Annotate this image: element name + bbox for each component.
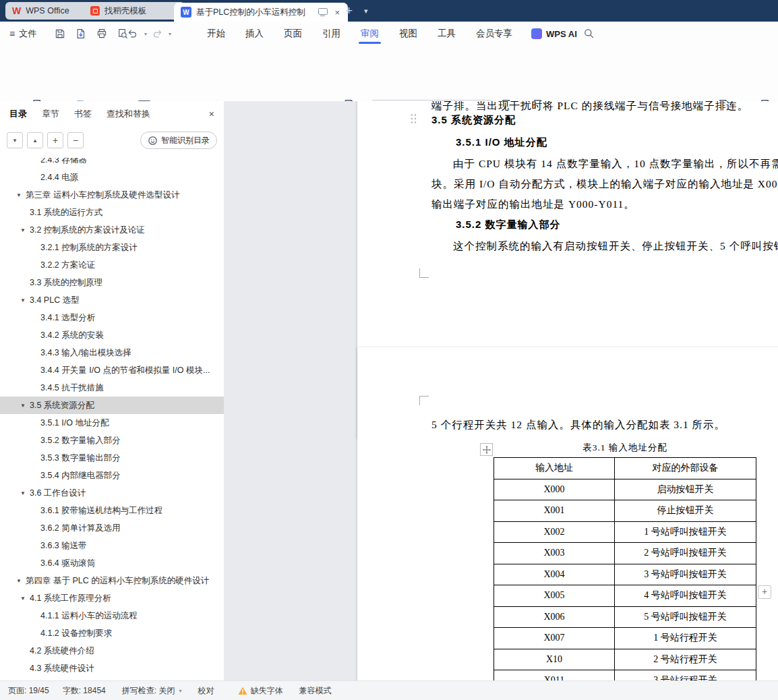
paragraph-line[interactable]: 由于 CPU 模块有 14 点数字量输入，10 点数字量输出，所以不再需要 (453, 156, 778, 171)
missing-font-warning[interactable]: 缺失字体 (238, 685, 282, 697)
subsection-heading-3-5-2[interactable]: 3.5.2 数字量输入部分 (456, 217, 561, 232)
toc-item[interactable]: ▼3.2 控制系统的方案设计及论证 (0, 221, 224, 239)
redo-caret-icon[interactable]: ▾ (169, 31, 171, 37)
table-move-handle[interactable] (480, 443, 493, 456)
input-address-table[interactable]: 输入地址对应的外部设备X000启动按钮开关X001停止按钮开关X0021 号站呼… (493, 457, 756, 681)
toc-tab-contents[interactable]: 目录 (9, 108, 27, 120)
table-cell[interactable]: X004 (494, 564, 615, 585)
toc-item[interactable]: 3.4.1 选型分析 (0, 309, 224, 326)
toc-item[interactable]: 3.4.3 输入/输出模块选择 (0, 344, 224, 361)
expand-triangle-icon[interactable]: ▼ (20, 292, 30, 309)
table-cell[interactable]: 2 号站呼叫按钮开关 (615, 543, 756, 564)
expand-triangle-icon[interactable]: ▼ (16, 187, 26, 204)
tab-active-document[interactable]: W 基于PLC控制的小车运料控制 × (174, 3, 348, 22)
file-menu-button[interactable]: ≡ 文件 (9, 22, 36, 46)
table-cell[interactable]: 1 号站呼叫按钮开关 (615, 521, 756, 543)
toc-item[interactable]: 4.1.1 运料小车的运动流程 (0, 607, 224, 624)
toc-item[interactable]: ▼3.5 系统资源分配 (0, 397, 224, 414)
page-indicator[interactable]: 页面: 19/45 (8, 685, 49, 697)
smart-recognize-toc-button[interactable]: 智能识别目录 (140, 132, 217, 149)
toc-item[interactable]: ▼3.4 PLC 选型 (0, 291, 224, 309)
section-heading-3-5[interactable]: 3.5 系统资源分配 (431, 113, 516, 127)
toc-panel-close-icon[interactable]: × (209, 109, 214, 119)
toc-item[interactable]: ▼4.1 系统工作原理分析 (0, 589, 224, 607)
toc-tab-chapters[interactable]: 章节 (42, 108, 59, 120)
toc-zoom-in-button[interactable]: + (47, 132, 63, 148)
paragraph-line[interactable]: 这个控制系统的输入有启动按钮开关、停止按钮开关、5 个呼叫按钮 (453, 239, 778, 254)
toc-item[interactable]: 3.1 系统的运行方式 (0, 204, 224, 221)
toc-item[interactable]: 3.5.1 I/O 地址分配 (0, 414, 224, 432)
table-cell[interactable]: X002 (494, 521, 615, 543)
wps-ai-button[interactable]: WPS AI (531, 22, 577, 46)
toc-item[interactable]: 3.5.2 数字量输入部分 (0, 432, 224, 449)
subsection-heading-3-5-1[interactable]: 3.5.1 I/O 地址分配 (456, 135, 547, 150)
paragraph-line[interactable]: 块。采用 I/O 自动分配方式，模块上的输入端子对应的输入地址是 X000- (431, 177, 778, 192)
tab-list-caret-icon[interactable]: ▾ (360, 2, 372, 20)
menu-tab-审阅[interactable]: 审阅 (361, 22, 379, 46)
menu-tab-工具[interactable]: 工具 (438, 22, 456, 46)
toc-item[interactable]: 3.2.1 控制系统的方案设计 (0, 239, 224, 256)
toc-item[interactable]: 3.5.3 数字量输出部分 (0, 449, 224, 467)
expand-triangle-icon[interactable]: ▼ (20, 397, 30, 414)
toc-item[interactable]: 3.5.4 内部继电器部分 (0, 467, 224, 484)
table-cell[interactable]: X001 (494, 500, 615, 522)
tab-wps-office-home[interactable]: W WPS Office (5, 2, 94, 20)
table-cell[interactable]: X000 (494, 479, 615, 500)
toc-item[interactable]: 4.2 系统硬件介绍 (0, 642, 224, 660)
table-header-cell[interactable]: 对应的外部设备 (615, 458, 756, 479)
table-cell[interactable]: 1 号站行程开关 (615, 628, 756, 649)
table-cell[interactable]: X10 (494, 649, 615, 670)
menu-tab-会员专享[interactable]: 会员专享 (476, 22, 512, 46)
table-caption[interactable]: 表3.1 输入地址分配 (493, 442, 756, 454)
table-cell[interactable]: 停止按钮开关 (615, 500, 756, 522)
toc-item[interactable]: 3.4.5 抗干扰措施 (0, 379, 224, 397)
menu-tab-视图[interactable]: 视图 (399, 22, 417, 46)
search-button[interactable] (581, 26, 597, 42)
menu-tab-开始[interactable]: 开始 (207, 22, 225, 46)
paragraph-line[interactable]: 5 个行程开关共 12 点输入。具体的输入分配如表 3.1 所示。 (431, 417, 725, 432)
toc-item[interactable]: 3.4.2 系统的安装 (0, 326, 224, 344)
redo-button[interactable] (150, 26, 164, 41)
export-pdf-button[interactable] (73, 26, 88, 41)
toc-zoom-out-button[interactable]: − (67, 132, 84, 148)
table-cell[interactable]: 启动按钮开关 (615, 479, 756, 500)
toc-item[interactable]: 4.3 系统硬件设计 (0, 660, 224, 677)
expand-triangle-icon[interactable]: ▼ (20, 485, 30, 502)
toc-item[interactable]: 3.3 系统的控制原理 (0, 274, 224, 291)
document-page-20[interactable]: 5 个行程开关共 12 点输入。具体的输入分配如表 3.1 所示。 表3.1 输… (357, 347, 778, 681)
save-button[interactable] (53, 26, 67, 41)
expand-triangle-icon[interactable]: ▼ (16, 573, 26, 589)
toc-item[interactable]: ▼第三章 运料小车控制系统及硬件选型设计 (0, 186, 224, 204)
proofread-status-button[interactable]: 校对 (198, 685, 214, 697)
expand-triangle-icon[interactable]: ▼ (20, 590, 30, 607)
toc-item[interactable]: 3.6.3 输送带 (0, 537, 224, 554)
new-tab-button[interactable]: + (341, 2, 357, 20)
tab-docer-template[interactable]: 找稻壳模板 (84, 2, 185, 20)
toc-tab-bookmarks[interactable]: 书签 (74, 108, 92, 120)
table-cell[interactable]: 4 号站呼叫按钮开关 (615, 585, 756, 607)
print-button[interactable] (94, 26, 109, 41)
toc-item[interactable]: ▼第四章 基于 PLC 的运料小车控制系统的硬件设计 (0, 572, 224, 589)
menu-tab-插入[interactable]: 插入 (245, 22, 264, 46)
toc-tab-find-replace[interactable]: 查找和替换 (107, 108, 150, 120)
toc-item[interactable]: 3.6.4 驱动滚筒 (0, 554, 224, 572)
toc-collapse-all-button[interactable]: ▾ (7, 132, 23, 148)
toc-item[interactable]: 2.4.3 存储器 (0, 158, 224, 169)
expand-triangle-icon[interactable]: ▼ (20, 222, 30, 239)
table-cell[interactable]: 3 号站行程开关 (615, 670, 756, 682)
undo-button[interactable] (125, 26, 140, 41)
menu-tab-页面[interactable]: 页面 (284, 22, 302, 46)
toc-item[interactable]: 4.1.2 设备控制要求 (0, 624, 224, 642)
spell-check-toggle[interactable]: 拼写检查: 关闭 ▾ (122, 685, 182, 697)
undo-caret-icon[interactable]: ▾ (144, 31, 147, 37)
table-cell[interactable]: X011 (494, 670, 615, 682)
toc-item[interactable]: 2.4.4 电源 (0, 169, 224, 186)
toc-expand-all-button[interactable]: ▴ (27, 132, 43, 148)
close-tab-icon[interactable]: × (333, 7, 341, 18)
toc-item[interactable]: 3.4.4 开关量 I/O 点的节省和模拟量 I/O 模块... (0, 361, 224, 379)
table-cell[interactable]: 3 号站呼叫按钮开关 (615, 564, 756, 585)
toc-item[interactable]: 3.6.1 胶带输送机结构与工作过程 (0, 502, 224, 519)
word-count-indicator[interactable]: 字数: 18454 (63, 685, 106, 697)
toc-item[interactable]: 3.2.2 方案论证 (0, 256, 224, 274)
table-cell[interactable]: 2 号站行程开关 (615, 649, 756, 670)
